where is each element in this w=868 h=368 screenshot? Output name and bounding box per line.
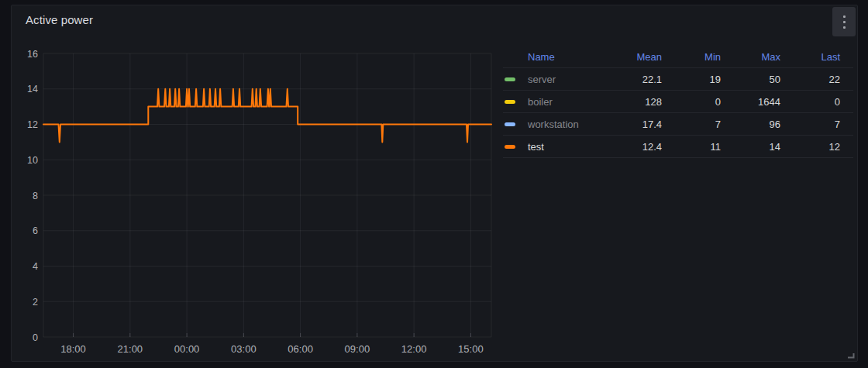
- y-tick-label: 0: [33, 332, 38, 343]
- legend-series-name[interactable]: workstation: [503, 119, 616, 130]
- series-label: server: [528, 74, 556, 85]
- legend-max-value: 50: [734, 74, 794, 85]
- y-tick-label: 2: [33, 297, 38, 308]
- series-color-swatch: [505, 77, 515, 81]
- panel-active-power: Active power 024681012141618:0021:0000:0…: [11, 5, 858, 362]
- series-color-swatch: [505, 100, 515, 104]
- legend-table: Name Mean Min Max Last server 22.1 19 50…: [503, 46, 853, 158]
- x-tick-label: 06:00: [288, 343, 313, 355]
- legend-series-name[interactable]: test: [503, 141, 616, 153]
- y-tick-label: 10: [27, 155, 38, 166]
- x-tick-label: 03:00: [231, 343, 257, 355]
- legend-max-value: 14: [734, 141, 794, 153]
- x-tick-label: 21:00: [118, 343, 143, 355]
- y-tick-label: 14: [27, 84, 38, 95]
- series-label: boiler: [528, 96, 553, 108]
- legend-row-server[interactable]: server 22.1 19 50 22: [503, 68, 853, 91]
- legend-mean-value: 22.1: [616, 74, 675, 85]
- legend-series-name[interactable]: boiler: [503, 96, 616, 108]
- legend-row-workstation[interactable]: workstation 17.4 7 96 7: [503, 113, 853, 136]
- legend-last-value: 7: [794, 119, 853, 130]
- legend-row-test[interactable]: test 12.4 11 14 12: [503, 136, 853, 158]
- legend-header-name[interactable]: Name: [503, 51, 616, 63]
- series-color-swatch: [505, 122, 515, 126]
- legend-min-value: 7: [675, 119, 734, 130]
- legend-mean-value: 17.4: [616, 119, 675, 130]
- legend-row-boiler[interactable]: boiler 128 0 1644 0: [503, 91, 853, 113]
- series-color-swatch: [505, 145, 515, 149]
- legend-last-value: 0: [794, 96, 853, 108]
- x-tick-label: 18:00: [60, 343, 86, 355]
- legend-max-value: 1644: [734, 96, 794, 108]
- legend-mean-value: 128: [616, 96, 675, 108]
- series-label: test: [528, 141, 544, 153]
- legend-header-min[interactable]: Min: [675, 51, 734, 63]
- x-tick-label: 15:00: [458, 343, 484, 355]
- series-label: workstation: [528, 119, 579, 130]
- legend-series-name[interactable]: server: [503, 74, 616, 85]
- legend-header-mean[interactable]: Mean: [616, 51, 675, 63]
- y-tick-label: 6: [33, 225, 38, 236]
- x-tick-label: 09:00: [345, 343, 370, 355]
- legend-mean-value: 12.4: [616, 141, 675, 153]
- legend-max-value: 96: [734, 119, 794, 130]
- legend-min-value: 0: [675, 96, 734, 108]
- y-tick-label: 12: [27, 119, 38, 130]
- legend-last-value: 22: [794, 74, 853, 85]
- y-tick-label: 4: [33, 261, 38, 272]
- panel-resize-handle[interactable]: [846, 350, 855, 359]
- legend-header-row: Name Mean Min Max Last: [503, 46, 853, 68]
- x-tick-label: 00:00: [174, 343, 200, 355]
- y-tick-label: 16: [27, 49, 38, 60]
- x-tick-label: 12:00: [401, 343, 427, 355]
- legend-header-max[interactable]: Max: [734, 51, 794, 63]
- legend-last-value: 12: [794, 141, 853, 153]
- legend-header-last[interactable]: Last: [794, 51, 853, 63]
- legend-min-value: 11: [675, 141, 734, 153]
- legend-min-value: 19: [675, 74, 734, 85]
- series-line-test: [43, 89, 491, 143]
- y-tick-label: 8: [33, 191, 38, 201]
